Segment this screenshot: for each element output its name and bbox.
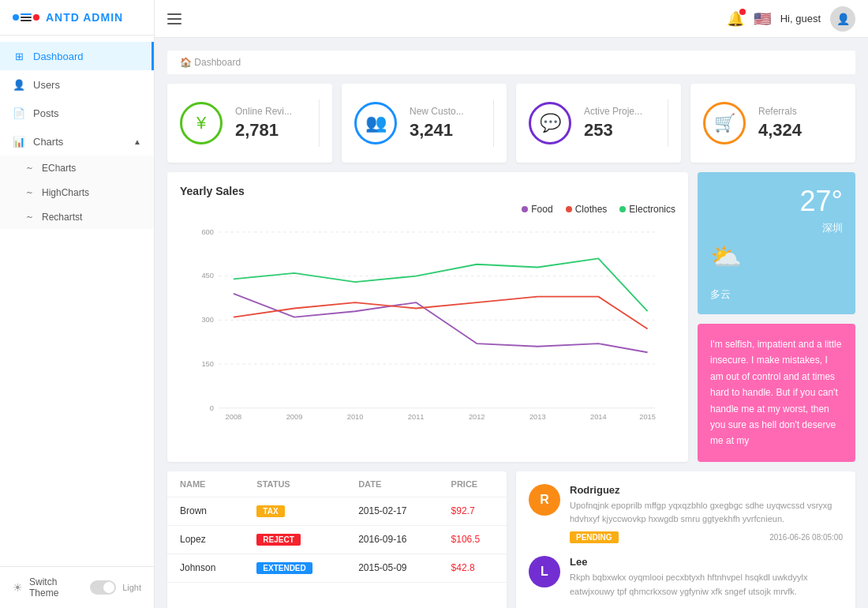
feed-avatar: L <box>529 556 560 587</box>
feed-text: Rkph bqbxwkx oyqmlooi pecxbtyxh hftnhvpe… <box>570 571 843 599</box>
feed-text: Upofnqjnk epoprilb mffgp yqxqzbhlo gxegb… <box>570 499 843 527</box>
status-badge: EXTENDED <box>256 562 312 574</box>
sidebar-item-rechartst-label: Rechartst <box>42 212 82 223</box>
table-row: Johnson EXTENDED 2015-05-09 $42.8 <box>167 554 507 582</box>
legend-electronics: Electronics <box>619 204 675 215</box>
table-cell-date: 2015-05-09 <box>346 554 438 582</box>
col-name: NAME <box>167 471 244 497</box>
svg-text:2010: 2010 <box>347 413 364 421</box>
table-row: Lopez REJECT 2016-09-16 $106.5 <box>167 525 507 554</box>
clothes-legend-dot <box>566 206 572 212</box>
greeting-text: Hi, guest <box>780 13 821 24</box>
sidebar-item-charts[interactable]: 📊 Charts ▲ <box>0 127 154 156</box>
clothes-legend-label: Clothes <box>575 204 608 215</box>
breadcrumb: 🏠 Dashboard <box>167 51 855 74</box>
sidebar-item-posts[interactable]: 📄 Posts <box>0 99 154 127</box>
sidebar-item-rechartst[interactable]: ～ Rechartst <box>0 205 154 229</box>
stats-row: ¥ Online Revi... 2,781 👥 New Custo... 3,… <box>167 84 855 163</box>
table-cell-status: REJECT <box>244 525 346 554</box>
weather-condition: 多云 <box>710 287 843 302</box>
users-icon: 👤 <box>13 78 25 91</box>
sidebar-item-users-label: Users <box>33 79 60 91</box>
customers-icon: 👥 <box>354 102 397 144</box>
feed-item: L Lee Rkph bqbxwkx oyqmlooi pecxbtyxh hf… <box>529 556 843 603</box>
legend-clothes: Clothes <box>566 204 608 215</box>
stat-card-online-revenue: ¥ Online Revi... 2,781 <box>167 84 332 163</box>
theme-toggle[interactable] <box>90 580 116 595</box>
feed-date: 2016-06-26 08:05:00 <box>769 533 843 542</box>
feed-content: Rodriguez Upofnqjnk epoprilb mffgp yqxqz… <box>570 484 843 543</box>
hamburger-line-2 <box>167 18 181 20</box>
posts-icon: 📄 <box>13 107 25 119</box>
feed-name: Lee <box>570 556 843 568</box>
sidebar-item-charts-label: Charts <box>33 136 63 148</box>
logo-text: ANTD ADMIN <box>46 11 123 24</box>
table-body: Brown TAX 2015-02-17 $92.7 Lopez REJECT … <box>167 497 507 582</box>
customers-label: New Custo... <box>410 106 464 117</box>
user-avatar[interactable]: 👤 <box>830 6 855 32</box>
menu-toggle-button[interactable] <box>167 13 181 24</box>
legend-food: Food <box>522 204 552 215</box>
sidebar-item-highcharts[interactable]: ～ HighCharts <box>0 180 154 205</box>
chevron-up-icon: ▲ <box>133 137 141 146</box>
hamburger-line-3 <box>167 23 181 24</box>
col-price: PRICE <box>439 471 507 497</box>
data-table: NAME STATUS DATE PRICE Brown TAX 2015-02… <box>167 471 507 583</box>
revenue-label: Online Revi... <box>235 106 292 117</box>
page-content: 🏠 Dashboard ¥ Online Revi... 2,781 👥 New <box>155 38 868 608</box>
sidebar-item-echarts[interactable]: ～ ECharts <box>0 156 154 180</box>
svg-text:300: 300 <box>201 316 213 324</box>
stat-divider <box>319 99 320 147</box>
sidebar-footer: ☀ Switch Theme Light <box>0 566 154 608</box>
weather-temp: 27° <box>710 185 843 218</box>
sidebar-item-dashboard[interactable]: ⊞ Dashboard <box>0 42 154 70</box>
stat-card-referrals: 🛒 Referrals 4,324 <box>690 84 855 163</box>
language-selector[interactable]: 🇺🇸 <box>754 10 771 28</box>
table-cell-date: 2016-09-16 <box>346 525 438 554</box>
cloud-icon: ⛅ <box>710 242 843 272</box>
quote-text: I'm selfish, impatient and a little inse… <box>710 339 841 446</box>
notification-badge <box>739 9 746 15</box>
topbar: 🔔 🇺🇸 Hi, guest 👤 <box>155 0 868 38</box>
svg-text:2012: 2012 <box>469 413 485 421</box>
table-cell-name: Brown <box>167 497 244 525</box>
rechartst-chart-icon: ～ <box>25 211 34 223</box>
weather-card: 27° 深圳 ⛅ 多云 <box>698 172 855 314</box>
referrals-icon: 🛒 <box>703 102 746 144</box>
theme-toggle-label: Light <box>122 583 141 592</box>
electronics-legend-label: Electronics <box>629 204 675 215</box>
svg-text:2013: 2013 <box>529 413 546 421</box>
yearly-sales-chart-card: Yearly Sales Food Clothes Electronics <box>167 172 688 462</box>
svg-text:0: 0 <box>210 404 214 412</box>
hamburger-line-1 <box>167 13 181 15</box>
feed-footer: PENDING 2016-06-26 08:05:00 <box>570 531 843 543</box>
price-value: $106.5 <box>451 534 481 545</box>
col-status: STATUS <box>244 471 346 497</box>
yearly-sales-svg: 600 450 300 150 0 2008 <box>180 221 675 426</box>
charts-submenu: ～ ECharts ～ HighCharts ～ Rechartst <box>0 156 154 229</box>
revenue-info: Online Revi... 2,781 <box>235 106 292 141</box>
svg-text:2014: 2014 <box>590 413 607 421</box>
table-cell-name: Johnson <box>167 554 244 582</box>
sidebar-item-users[interactable]: 👤 Users <box>0 70 154 99</box>
logo-line-1 <box>21 13 32 15</box>
stat-divider-2 <box>493 99 494 147</box>
feed-avatar: R <box>529 484 560 516</box>
breadcrumb-label: Dashboard <box>194 57 241 68</box>
referrals-label: Referrals <box>758 106 802 117</box>
food-legend-label: Food <box>531 204 552 215</box>
referrals-info: Referrals 4,324 <box>758 106 802 141</box>
quote-card: I'm selfish, impatient and a little inse… <box>698 324 855 462</box>
electronics-legend-dot <box>619 206 626 212</box>
projects-label: Active Proje... <box>584 106 642 117</box>
feed-status-badge: PENDING <box>570 531 619 543</box>
table-header-row: NAME STATUS DATE PRICE <box>167 471 507 497</box>
stat-card-active-projects: 💬 Active Proje... 253 <box>516 84 681 163</box>
sidebar-item-dashboard-label: Dashboard <box>33 51 84 62</box>
sidebar-item-highcharts-label: HighCharts <box>42 187 89 198</box>
moon-icon: ☀ <box>13 581 23 594</box>
notification-bell[interactable]: 🔔 <box>727 10 744 28</box>
projects-info: Active Proje... 253 <box>584 106 642 141</box>
logo-line-3 <box>21 20 32 21</box>
svg-text:450: 450 <box>201 272 213 280</box>
